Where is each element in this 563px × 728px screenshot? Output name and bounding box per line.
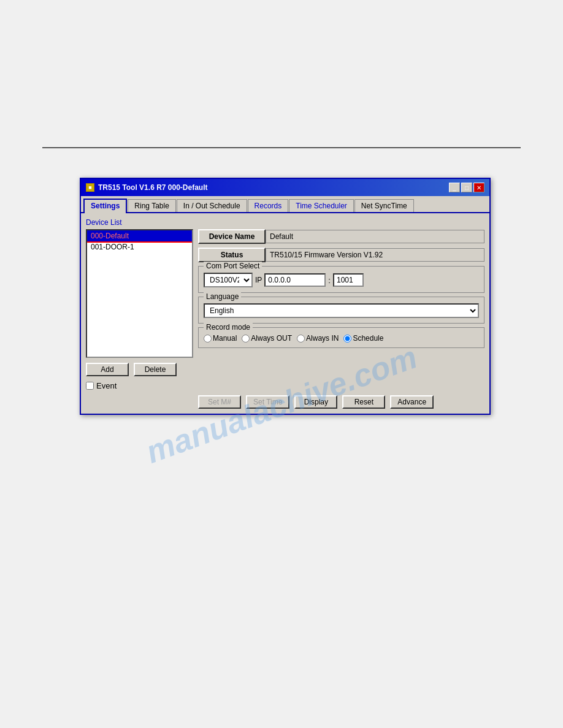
- set-m-button[interactable]: Set M#: [198, 395, 241, 409]
- right-panel: Device Name Default Status TR510/15 Firm…: [198, 229, 484, 390]
- content-area: Device List 000-Default 001-DOOR-1 Add D…: [81, 213, 489, 414]
- page-container: manualachive.com ■ TR515 Tool V1.6 R7 00…: [0, 110, 563, 728]
- radio-always-out[interactable]: [242, 335, 250, 343]
- status-value: TR510/15 Firmware Version V1.92: [266, 248, 484, 262]
- set-time-button[interactable]: Set Time: [246, 395, 289, 409]
- top-rule: [42, 147, 521, 148]
- language-select[interactable]: English Chinese Spanish: [204, 303, 479, 318]
- radio-always-in-label: Always IN: [297, 334, 339, 343]
- app-window: ■ TR515 Tool V1.6 R7 000-Default _ □ ✕ S…: [80, 178, 491, 415]
- title-bar: ■ TR515 Tool V1.6 R7 000-Default _ □ ✕: [81, 179, 489, 196]
- device-list-label: Device List: [86, 218, 484, 227]
- event-checkbox[interactable]: [86, 382, 94, 390]
- device-name-value: Default: [266, 230, 484, 243]
- radio-always-out-label: Always OUT: [242, 334, 292, 343]
- display-button[interactable]: Display: [294, 395, 337, 409]
- advance-button[interactable]: Advance: [390, 395, 434, 409]
- radio-always-in[interactable]: [297, 335, 305, 343]
- device-item-0[interactable]: 000-Default: [87, 230, 192, 241]
- device-listbox[interactable]: 000-Default 001-DOOR-1: [86, 229, 193, 358]
- tab-bar: Settings Ring Table In / Out Schedule Re…: [81, 196, 489, 213]
- title-bar-left: ■ TR515 Tool V1.6 R7 000-Default: [86, 183, 208, 192]
- tab-records[interactable]: Records: [248, 199, 289, 212]
- left-panel: 000-Default 001-DOOR-1 Add Delete Event: [86, 229, 193, 390]
- radio-schedule[interactable]: [343, 335, 351, 343]
- record-mode-row: Manual Always OUT Always IN Schedule: [204, 334, 479, 343]
- tab-in-out-schedule[interactable]: In / Out Schedule: [177, 199, 247, 212]
- device-name-row: Device Name Default: [198, 229, 484, 244]
- device-item-1[interactable]: 001-DOOR-1: [87, 241, 192, 252]
- status-label: Status: [198, 248, 266, 262]
- close-button[interactable]: ✕: [473, 183, 484, 192]
- record-mode-group: Record mode Manual Always OUT Always IN: [198, 327, 484, 348]
- app-icon: ■: [86, 183, 94, 192]
- minimize-button[interactable]: _: [449, 183, 460, 192]
- com-port-row: DS100V2 IP :: [204, 273, 479, 287]
- delete-button[interactable]: Delete: [134, 363, 177, 376]
- maximize-button[interactable]: □: [461, 183, 472, 192]
- add-delete-row: Add Delete: [86, 363, 193, 376]
- device-name-label: Device Name: [198, 229, 266, 244]
- tab-ring-table[interactable]: Ring Table: [128, 199, 175, 212]
- tab-time-scheduler[interactable]: Time Scheduler: [289, 199, 354, 212]
- com-port-select[interactable]: DS100V2: [204, 273, 253, 287]
- com-port-group: Com Port Select DS100V2 IP :: [198, 266, 484, 293]
- radio-manual-label: Manual: [204, 334, 237, 343]
- com-port-legend: Com Port Select: [204, 262, 262, 270]
- record-mode-legend: Record mode: [204, 323, 253, 332]
- port-colon: :: [328, 276, 331, 285]
- port-input[interactable]: [333, 273, 364, 287]
- event-row: Event: [86, 381, 193, 390]
- event-label: Event: [96, 381, 117, 390]
- status-row: Status TR510/15 Firmware Version V1.92: [198, 248, 484, 262]
- add-button[interactable]: Add: [86, 363, 129, 376]
- bottom-buttons: Set M# Set Time Display Reset Advance: [198, 395, 484, 409]
- ip-label: IP: [255, 276, 262, 284]
- tab-net-synctime[interactable]: Net SyncTime: [354, 199, 414, 212]
- reset-button[interactable]: Reset: [342, 395, 385, 409]
- radio-manual[interactable]: [204, 335, 212, 343]
- language-group: Language English Chinese Spanish: [198, 297, 484, 324]
- radio-schedule-label: Schedule: [343, 334, 383, 343]
- window-title: TR515 Tool V1.6 R7 000-Default: [98, 183, 208, 192]
- tab-settings[interactable]: Settings: [83, 199, 127, 213]
- language-legend: Language: [204, 292, 241, 301]
- title-buttons: _ □ ✕: [449, 183, 484, 192]
- ip-input[interactable]: [264, 273, 326, 287]
- main-layout: 000-Default 001-DOOR-1 Add Delete Event: [86, 229, 484, 390]
